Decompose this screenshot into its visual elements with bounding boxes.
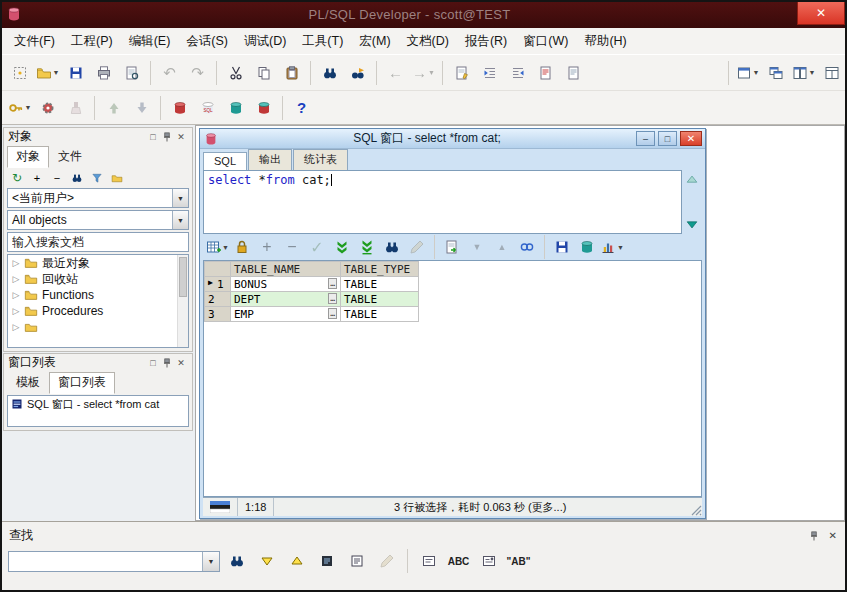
new-report-window-button[interactable] — [222, 95, 249, 121]
minimize-button[interactable]: – — [636, 131, 655, 146]
lock-button[interactable] — [230, 235, 254, 259]
column-header-table-name[interactable]: TABLE_NAME — [231, 262, 341, 277]
tree-item-recycle-bin[interactable]: ▷ 回收站 — [8, 271, 188, 287]
object-filter-combo[interactable]: All objects ▼ — [7, 210, 189, 230]
mark-all-button[interactable] — [313, 548, 340, 574]
logon-button[interactable]: ▼ — [6, 95, 33, 121]
expander-icon[interactable]: ▷ — [12, 322, 20, 332]
tree-item-recent[interactable]: ▷ 最近对象 — [8, 255, 188, 271]
panel-close-icon[interactable]: ✕ — [174, 130, 188, 143]
window-cascade-button[interactable] — [762, 60, 789, 86]
folder-options-button[interactable] — [108, 170, 126, 186]
list-item[interactable]: SQL 窗口 - select *from cat — [8, 396, 188, 412]
chart-dropdown-icon[interactable]: ▼ — [617, 244, 624, 251]
menu-edit[interactable]: 编辑(E) — [121, 29, 179, 54]
tab-objects[interactable]: 对象 — [7, 146, 49, 168]
fetch-all-button[interactable] — [355, 235, 379, 259]
tab-statistics[interactable]: 统计表 — [293, 149, 348, 170]
chevron-down-icon[interactable]: ▼ — [172, 211, 188, 229]
tab-sql[interactable]: SQL — [203, 152, 247, 170]
wrap-search-toggle[interactable] — [415, 548, 442, 574]
menu-window[interactable]: 窗口(W) — [515, 29, 576, 54]
panel-pin-icon[interactable] — [160, 356, 174, 369]
redo-button[interactable]: ↷ — [184, 60, 211, 86]
panel-close-icon[interactable]: ✕ — [829, 530, 837, 541]
export-button[interactable] — [440, 235, 464, 259]
scrollbar-thumb[interactable] — [179, 257, 187, 297]
window-tile-button[interactable]: ▼ — [790, 60, 817, 86]
uncomment-button[interactable] — [560, 60, 587, 86]
tab-window-list[interactable]: 窗口列表 — [49, 372, 115, 394]
grid-edit-button[interactable] — [405, 235, 429, 259]
maximize-button[interactable]: □ — [658, 131, 677, 146]
window-layout-button[interactable] — [818, 60, 845, 86]
menu-help[interactable]: 帮助(H) — [576, 29, 634, 54]
query-builder-button[interactable] — [515, 235, 539, 259]
logon-dropdown-icon[interactable]: ▼ — [25, 104, 32, 111]
menu-macro[interactable]: 宏(M) — [351, 29, 398, 54]
chevron-down-icon[interactable]: ▼ — [172, 189, 188, 207]
paste-button[interactable] — [278, 60, 305, 86]
object-find-button[interactable] — [68, 170, 86, 186]
clear-button[interactable] — [62, 95, 89, 121]
save-button[interactable] — [62, 60, 89, 86]
resize-grip[interactable] — [686, 498, 702, 516]
collapse-all-button[interactable]: − — [48, 170, 66, 186]
cut-button[interactable] — [222, 60, 249, 86]
menu-reports[interactable]: 报告(R) — [457, 29, 515, 54]
find-next-button[interactable] — [344, 60, 371, 86]
back-button[interactable]: ← — [382, 60, 409, 86]
new-window-dropdown-icon[interactable]: ▼ — [753, 69, 760, 76]
break-button[interactable] — [166, 95, 193, 121]
tab-templates[interactable]: 模板 — [7, 372, 49, 394]
column-header-table-type[interactable]: TABLE_TYPE — [341, 262, 419, 277]
cell-ellipsis-button[interactable]: … — [328, 308, 337, 319]
expander-icon[interactable]: ▷ — [12, 306, 20, 316]
menu-file[interactable]: 文件(F) — [6, 29, 63, 54]
whole-word-toggle[interactable]: ABC — [445, 548, 472, 574]
unindent-button[interactable] — [504, 60, 531, 86]
current-user-combo[interactable]: <当前用户> ▼ — [7, 188, 189, 208]
refresh-button[interactable]: ↻ — [8, 170, 26, 186]
table-row[interactable]: 3 …EMP TABLE — [205, 307, 419, 322]
find-text-input[interactable] — [9, 552, 202, 571]
panel-float-icon[interactable]: □ — [146, 356, 160, 369]
new-window-button[interactable]: ▼ — [734, 60, 761, 86]
window-tile-dropdown-icon[interactable]: ▼ — [809, 69, 816, 76]
select-found-button[interactable] — [343, 548, 370, 574]
next-statement-icon[interactable] — [685, 217, 699, 231]
new-button[interactable] — [6, 60, 33, 86]
chevron-down-icon[interactable]: ▼ — [202, 552, 219, 571]
add-row-button[interactable]: + — [255, 235, 279, 259]
sort-asc-button[interactable]: ▲ — [490, 235, 514, 259]
case-sensitive-toggle[interactable]: "AB" — [505, 548, 532, 574]
expander-icon[interactable]: ▷ — [12, 290, 20, 300]
menu-project[interactable]: 工程(P) — [63, 29, 121, 54]
open-dropdown-icon[interactable]: ▼ — [53, 69, 60, 76]
menu-debug[interactable]: 调试(D) — [236, 29, 294, 54]
sql-window-titlebar[interactable]: SQL 窗口 - select *from cat; – □ ✕ — [200, 129, 705, 149]
new-command-window-button[interactable] — [250, 95, 277, 121]
preferences-button[interactable] — [34, 95, 61, 121]
grid-options-button[interactable]: ▼ — [205, 235, 229, 259]
menu-tools[interactable]: 工具(T) — [294, 29, 351, 54]
menu-session[interactable]: 会话(S) — [178, 29, 236, 54]
cell-ellipsis-button[interactable]: … — [328, 278, 337, 289]
copy-button[interactable] — [250, 60, 277, 86]
regex-toggle[interactable] — [475, 548, 502, 574]
cell-ellipsis-button[interactable]: … — [328, 293, 337, 304]
print-preview-button[interactable] — [118, 60, 145, 86]
grid-find-button[interactable] — [380, 235, 404, 259]
tree-item-functions[interactable]: ▷ Functions — [8, 287, 188, 303]
undo-button[interactable]: ↶ — [156, 60, 183, 86]
find-prev-up-button[interactable] — [283, 548, 310, 574]
rollback-button[interactable] — [128, 95, 155, 121]
chart-button[interactable]: ▼ — [600, 235, 624, 259]
find-button[interactable] — [316, 60, 343, 86]
help-button[interactable]: ? — [288, 95, 315, 121]
print-button[interactable] — [90, 60, 117, 86]
tab-files[interactable]: 文件 — [49, 146, 91, 168]
expand-all-button[interactable]: + — [28, 170, 46, 186]
find-text-combo[interactable]: ▼ — [8, 551, 220, 572]
panel-close-icon[interactable]: ✕ — [174, 356, 188, 369]
